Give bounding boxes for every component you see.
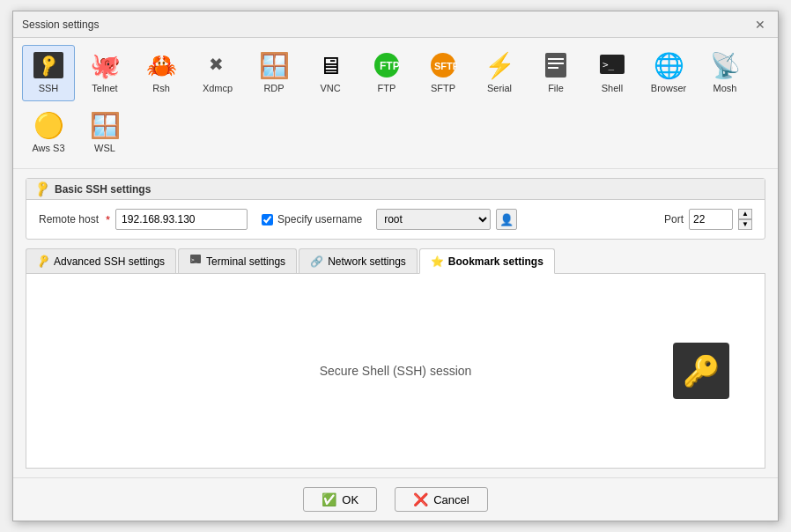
content-area: 🔑 Basic SSH settings Remote host * Speci… — [13, 169, 778, 477]
basic-ssh-settings-header: 🔑 Basic SSH settings — [26, 179, 765, 200]
tab-content-area: Secure Shell (SSH) session 🔑 — [26, 274, 765, 469]
vnc-icon: 🖥 — [314, 49, 346, 81]
tab-terminal-label: Terminal settings — [206, 255, 285, 268]
ok-button[interactable]: ✅ OK — [303, 487, 377, 512]
svg-text:>_: >_ — [602, 59, 615, 70]
file-icon — [540, 49, 572, 81]
cancel-icon: ❌ — [413, 492, 428, 506]
protocol-shell[interactable]: >_ Shell — [586, 45, 639, 101]
protocol-sftp[interactable]: SFTP SFTP — [417, 45, 469, 101]
tab-advanced-ssh-icon: 🔑 — [35, 254, 51, 269]
tab-placeholder-text: Secure Shell (SSH) session — [320, 364, 472, 378]
username-field-group: root 👤 — [376, 209, 517, 230]
basic-ssh-header-label: Basic SSH settings — [55, 183, 151, 196]
aws-s3-icon: 🟡 — [33, 109, 64, 141]
remote-host-label: Remote host — [39, 213, 99, 225]
svg-rect-5 — [545, 53, 566, 78]
tab-bookmark-label: Bookmark settings — [448, 255, 543, 268]
port-label: Port — [664, 213, 684, 225]
protocol-telnet[interactable]: 🐙 Telnet — [78, 45, 131, 101]
vnc-label: VNC — [320, 83, 340, 93]
port-up-button[interactable]: ▲ — [738, 209, 752, 219]
tabs-header: 🔑 Advanced SSH settings >_ Terminal sett… — [26, 248, 765, 274]
ok-label: OK — [342, 493, 359, 506]
ssh-icon: 🔑 — [33, 49, 64, 81]
key-icon: 🔑 — [683, 353, 720, 388]
shell-label: Shell — [602, 83, 623, 93]
svg-text:>_: >_ — [191, 256, 198, 263]
tab-bookmark-icon: ⭐ — [431, 255, 444, 268]
port-spinner: ▲ ▼ — [738, 209, 752, 230]
cancel-button[interactable]: ❌ Cancel — [395, 487, 487, 512]
port-input[interactable] — [689, 209, 733, 230]
tab-terminal[interactable]: >_ Terminal settings — [178, 248, 297, 273]
cancel-label: Cancel — [433, 493, 469, 506]
protocol-file[interactable]: File — [529, 45, 582, 101]
tab-terminal-icon: >_ — [189, 254, 202, 269]
basic-ssh-header-icon: 🔑 — [33, 180, 51, 198]
mosh-icon: 📡 — [709, 49, 741, 81]
port-down-button[interactable]: ▼ — [738, 219, 752, 230]
telnet-icon: 🐙 — [89, 49, 121, 81]
username-select[interactable]: root — [376, 209, 491, 230]
svg-rect-7 — [548, 63, 564, 64]
protocol-vnc[interactable]: 🖥 VNC — [304, 45, 357, 101]
svg-rect-8 — [548, 67, 558, 69]
required-star: * — [106, 213, 110, 226]
protocol-xdmcp[interactable]: ✖ Xdmcp — [191, 45, 244, 101]
port-group: Port ▲ ▼ — [664, 209, 752, 230]
protocol-rsh[interactable]: 🦀 Rsh — [135, 45, 188, 101]
tab-bookmark[interactable]: ⭐ Bookmark settings — [419, 248, 555, 274]
specify-username-label: Specify username — [277, 213, 362, 225]
session-settings-dialog: Session settings ✕ 🔑 SSH 🐙 Telnet 🦀 Rsh — [12, 11, 779, 521]
rsh-label: Rsh — [152, 83, 170, 93]
protocol-ssh[interactable]: 🔑 SSH — [22, 45, 75, 101]
file-label: File — [548, 83, 564, 93]
rdp-icon: 🪟 — [258, 49, 290, 81]
tab-network-label: Network settings — [328, 255, 406, 268]
tab-network-icon: 🔗 — [310, 255, 323, 268]
protocol-ftp[interactable]: FTP FTP — [360, 45, 413, 101]
protocol-wsl[interactable]: 🪟 WSL — [78, 105, 131, 161]
telnet-label: Telnet — [92, 83, 117, 93]
tab-advanced-ssh-label: Advanced SSH settings — [54, 255, 165, 268]
protocol-mosh[interactable]: 📡 Mosh — [699, 45, 751, 101]
remote-host-input[interactable] — [115, 209, 248, 230]
protocol-browser[interactable]: 🌐 Browser — [642, 45, 695, 101]
tab-advanced-ssh[interactable]: 🔑 Advanced SSH settings — [26, 248, 176, 273]
svg-text:FTP: FTP — [380, 60, 400, 72]
browser-icon: 🌐 — [653, 49, 684, 81]
basic-ssh-settings-body: Remote host * Specify username root 👤 Po… — [26, 200, 765, 239]
key-icon-box: 🔑 — [673, 343, 729, 399]
tab-network[interactable]: 🔗 Network settings — [299, 248, 418, 273]
serial-label: Serial — [487, 83, 512, 93]
wsl-label: WSL — [94, 143, 115, 153]
remote-host-group: Remote host * — [39, 209, 248, 230]
specify-username-group: Specify username — [262, 213, 362, 225]
xdmcp-label: Xdmcp — [203, 83, 233, 93]
protocol-rdp[interactable]: 🪟 RDP — [248, 45, 300, 101]
close-button[interactable]: ✕ — [751, 17, 769, 33]
title-bar: Session settings ✕ — [13, 11, 778, 38]
specify-username-checkbox[interactable] — [262, 214, 273, 225]
rdp-label: RDP — [263, 83, 284, 93]
protocol-aws-s3[interactable]: 🟡 Aws S3 — [22, 105, 75, 161]
svg-rect-6 — [548, 58, 564, 60]
wsl-icon: 🪟 — [89, 109, 121, 141]
ok-icon: ✅ — [322, 492, 336, 506]
sftp-label: SFTP — [431, 83, 455, 93]
mosh-label: Mosh — [713, 83, 737, 93]
ftp-icon: FTP — [371, 49, 403, 81]
aws-s3-label: Aws S3 — [32, 143, 64, 153]
user-icon-button[interactable]: 👤 — [496, 209, 517, 230]
sftp-icon: SFTP — [427, 49, 459, 81]
basic-ssh-settings-box: 🔑 Basic SSH settings Remote host * Speci… — [26, 178, 765, 240]
svg-text:SFTP: SFTP — [434, 61, 457, 71]
ssh-label: SSH — [39, 83, 59, 93]
dialog-title: Session settings — [22, 18, 99, 31]
xdmcp-icon: ✖ — [202, 49, 233, 81]
protocol-serial[interactable]: ⚡ Serial — [473, 45, 526, 101]
serial-icon: ⚡ — [484, 49, 515, 81]
dialog-footer: ✅ OK ❌ Cancel — [13, 477, 778, 521]
tabs-section: 🔑 Advanced SSH settings >_ Terminal sett… — [26, 248, 765, 469]
